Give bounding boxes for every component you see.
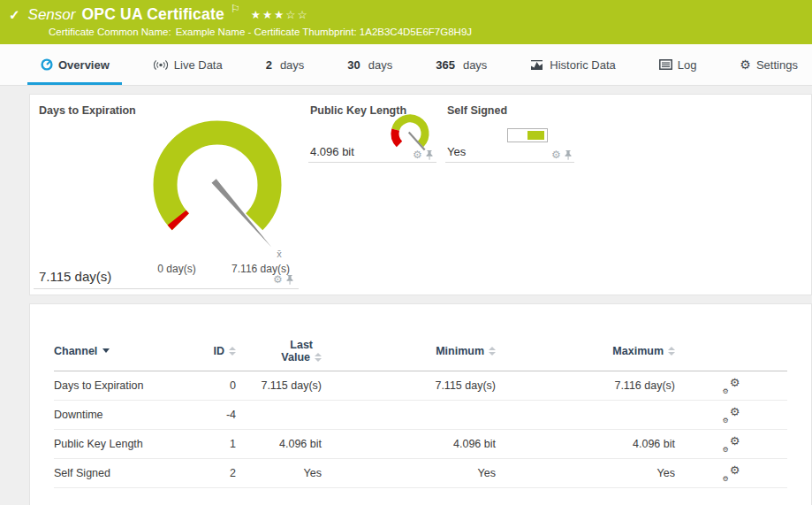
column-header-minimum[interactable]: Minimum <box>322 345 496 357</box>
gauges-panel: Days to Expiration 0 day(s) 7.116 day(s)… <box>29 94 812 295</box>
cell-maximum: Yes <box>496 467 675 479</box>
gauge-icon <box>41 58 53 71</box>
self-signed-indicator <box>507 128 548 142</box>
flag-icon[interactable]: ⚐ <box>231 3 240 15</box>
channel-settings-gears-icon[interactable]: ⚙⚙ <box>723 437 740 452</box>
tab-label: Log <box>678 58 697 72</box>
tab-2-days[interactable]: 2 days <box>266 44 305 85</box>
sort-both-icon <box>229 347 236 356</box>
cell-minimum: Yes <box>322 467 496 479</box>
tab-label: days <box>368 58 392 72</box>
gear-icon[interactable]: ⚙ <box>551 149 561 160</box>
sort-both-icon <box>489 347 496 356</box>
gauge-value-public-key-length: 4.096 bit <box>310 145 354 158</box>
column-header-channel[interactable]: Channel <box>54 345 209 357</box>
column-label: ID <box>214 345 225 357</box>
tab-bar: Overview Live Data 2 days 30 days 365 da… <box>0 44 812 86</box>
pin-icon[interactable] <box>286 275 293 285</box>
gear-icon[interactable]: ⚙ <box>413 149 422 160</box>
public-key-length-gauge <box>383 109 440 155</box>
column-label: Channel <box>54 345 97 357</box>
column-header-maximum[interactable]: Maximum <box>496 345 675 357</box>
main-content: Days to Expiration 0 day(s) 7.116 day(s)… <box>0 86 812 505</box>
table-row-days-to-expiration: Days to Expiration 0 7.115 day(s) 7.115 … <box>54 371 787 401</box>
cell-id: 1 <box>209 438 236 450</box>
tab-overview[interactable]: Overview <box>41 44 110 85</box>
sensor-header: ✓ Sensor OPC UA Certificate ⚐ ★★★☆☆ Cert… <box>0 0 812 44</box>
column-header-id[interactable]: ID <box>209 345 236 357</box>
column-label: Maximum <box>612 345 664 357</box>
cell-last-value: 7.115 day(s) <box>236 379 322 392</box>
divider <box>445 162 574 163</box>
gauge-value-days-to-expiration: 7.115 day(s) <box>39 269 111 284</box>
column-label: Minimum <box>436 345 484 357</box>
sort-both-icon <box>315 353 322 362</box>
area-chart-icon <box>530 59 544 71</box>
tab-number: 2 <box>266 58 272 72</box>
tab-number: 365 <box>436 58 455 72</box>
tab-label: Overview <box>58 58 110 72</box>
cell-channel: Self Signed <box>54 467 209 479</box>
channel-settings-gears-icon[interactable]: ⚙⚙ <box>723 408 740 423</box>
tab-365-days[interactable]: 365 days <box>436 44 487 85</box>
column-label: Value <box>281 351 310 363</box>
priority-stars[interactable]: ★★★☆☆ <box>251 8 309 21</box>
cell-id: -4 <box>209 409 236 421</box>
gauge-value-self-signed: Yes <box>447 145 466 158</box>
cell-maximum: 4.096 bit <box>496 438 675 450</box>
cell-minimum: 7.115 day(s) <box>322 379 496 392</box>
gauge-mean-marker: x̄ <box>270 249 288 259</box>
gauge-title-self-signed: Self Signed <box>447 104 507 117</box>
gauge-scale-max: 7.116 day(s) <box>217 263 304 275</box>
channel-settings-gears-icon[interactable]: ⚙⚙ <box>723 379 740 394</box>
tab-label: days <box>280 58 304 72</box>
broadcast-icon <box>153 59 169 71</box>
pin-icon[interactable] <box>565 150 572 160</box>
subtitle-value: Example Name - Certificate Thumbprint: 1… <box>176 27 472 37</box>
log-list-icon <box>659 59 672 70</box>
gauge-actions: ⚙ <box>413 149 433 160</box>
sensor-title: OPC UA Certificate <box>81 5 224 24</box>
cell-minimum: 4.096 bit <box>322 438 496 450</box>
cell-last-value: Yes <box>236 467 322 479</box>
sensor-subtitle: Certificate Common Name:Example Name - C… <box>0 27 812 37</box>
cell-id: 2 <box>209 467 236 479</box>
subtitle-label: Certificate Common Name: <box>49 27 171 37</box>
cell-channel: Days to Expiration <box>54 379 209 392</box>
tab-historic-data[interactable]: Historic Data <box>530 44 615 85</box>
sensor-kicker: Sensor <box>28 6 76 24</box>
tab-number: 30 <box>347 58 360 72</box>
cell-last-value: 4.096 bit <box>236 438 322 450</box>
table-row-self-signed: Self Signed 2 Yes Yes Yes ⚙⚙ <box>54 459 787 488</box>
cell-maximum: 7.116 day(s) <box>496 379 675 392</box>
cell-channel: Downtime <box>54 409 209 421</box>
tab-label: days <box>463 58 487 72</box>
sort-both-icon <box>668 347 675 356</box>
gear-icon: ⚙ <box>740 57 751 72</box>
channel-settings-gears-icon[interactable]: ⚙⚙ <box>723 466 740 481</box>
table-row-downtime: Downtime -4 ⚙⚙ <box>54 401 787 430</box>
gauge-actions: ⚙ <box>273 274 293 285</box>
tab-live-data[interactable]: Live Data <box>153 44 223 85</box>
tab-30-days[interactable]: 30 days <box>347 44 392 85</box>
column-header-last-value[interactable]: Last Value <box>236 339 322 363</box>
days-to-expiration-gauge <box>129 107 306 261</box>
pin-icon[interactable] <box>426 150 433 160</box>
sort-desc-icon <box>102 348 110 353</box>
tab-label: Live Data <box>174 58 223 72</box>
gauge-scale-min: 0 day(s) <box>143 263 210 275</box>
table-row-public-key-length: Public Key Length 1 4.096 bit 4.096 bit … <box>54 430 787 459</box>
tab-log[interactable]: Log <box>659 44 697 85</box>
tab-label: Historic Data <box>550 58 615 72</box>
tab-settings[interactable]: ⚙ Settings <box>740 44 798 85</box>
gauge-actions: ⚙ <box>551 149 572 160</box>
cell-channel: Public Key Length <box>54 438 209 450</box>
toggle-on-block <box>527 131 544 140</box>
status-ok-check-icon: ✓ <box>9 7 20 23</box>
table-header-row: Channel ID Last Value Minimum <box>54 331 787 371</box>
gear-icon[interactable]: ⚙ <box>273 274 283 285</box>
divider <box>308 162 436 163</box>
column-label: Last <box>281 339 322 351</box>
divider <box>34 288 299 289</box>
cell-id: 0 <box>209 379 236 392</box>
